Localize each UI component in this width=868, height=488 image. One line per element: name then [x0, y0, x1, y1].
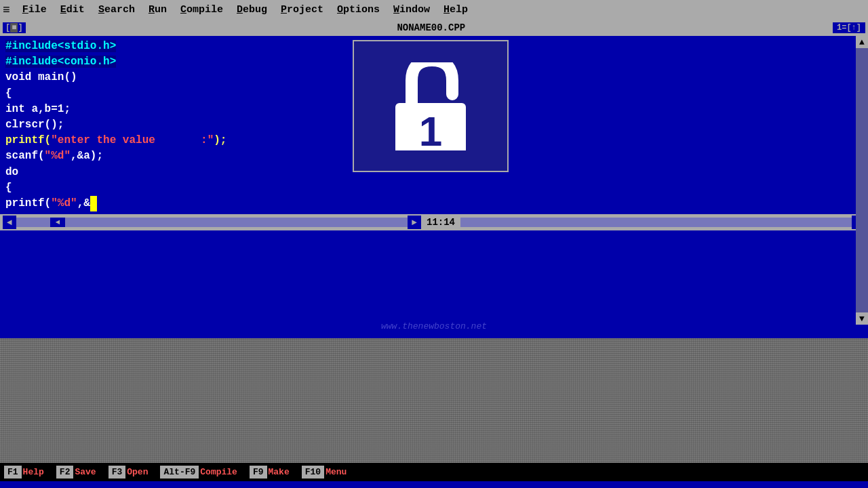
editor-titlebar: [■] NONAME00.CPP 1=[↑]: [0, 20, 868, 36]
editor-filename: NONAME00.CPP: [30, 22, 833, 33]
menu-hamburger-icon[interactable]: ≡: [3, 3, 10, 17]
scrollbar-vertical[interactable]: ▲ ▼: [856, 36, 868, 325]
editor-line-indicator: 1=[↑]: [833, 22, 865, 33]
menu-run[interactable]: Run: [142, 3, 174, 17]
hscroll-thumb[interactable]: ◄: [50, 218, 65, 227]
altf9-key[interactable]: Alt-F9: [160, 466, 199, 479]
svg-text:1: 1: [419, 108, 442, 150]
f2-label: Save: [75, 467, 96, 477]
f10-label: Menu: [326, 467, 347, 477]
scroll-up-arrow[interactable]: ▲: [856, 36, 868, 48]
menu-help[interactable]: Help: [437, 3, 475, 17]
editor-container: [■] NONAME00.CPP 1=[↑] #include<stdio.h>…: [0, 20, 868, 338]
altf9-label: Compile: [200, 467, 237, 477]
watermark-text: www.thenewboston.net: [0, 321, 868, 331]
scroll-right-arrow[interactable]: ►: [408, 216, 421, 229]
menu-search[interactable]: Search: [92, 3, 142, 17]
bottom-panel: [0, 338, 868, 463]
code-line-11: printf("%d",&: [5, 196, 863, 211]
lock-overlay: 1: [353, 40, 509, 172]
f9-label: Make: [269, 467, 290, 477]
function-key-bar: F1 Help F2 Save F3 Open Alt-F9 Compile F…: [0, 463, 868, 481]
f2-key[interactable]: F2: [56, 466, 74, 479]
f9-key[interactable]: F9: [250, 466, 267, 479]
text-cursor: [90, 196, 97, 211]
horizontal-scrollbar: ◄ ◄ ► 11:14 ►: [0, 214, 868, 230]
f3-label: Open: [127, 467, 148, 477]
f1-key[interactable]: F1: [4, 466, 22, 479]
hscroll-track[interactable]: ◄: [16, 218, 408, 227]
hscroll-track-right[interactable]: [460, 218, 852, 227]
cursor-position: 11:14: [421, 217, 460, 228]
menu-debug[interactable]: Debug: [230, 3, 274, 17]
f10-key[interactable]: F10: [302, 466, 324, 479]
menu-file[interactable]: File: [16, 3, 54, 17]
menu-bar: ≡ File Edit Search Run Compile Debug Pro…: [0, 0, 868, 20]
scroll-left-arrow[interactable]: ◄: [3, 216, 16, 229]
menu-edit[interactable]: Edit: [54, 3, 92, 17]
menu-window[interactable]: Window: [387, 3, 437, 17]
menu-compile[interactable]: Compile: [174, 3, 230, 17]
menu-options[interactable]: Options: [330, 3, 387, 17]
window-close-bracket[interactable]: [■]: [3, 22, 26, 33]
lock-icon: 1: [387, 62, 475, 150]
menu-project[interactable]: Project: [274, 3, 330, 17]
f3-key[interactable]: F3: [108, 466, 126, 479]
scroll-track[interactable]: [856, 48, 868, 312]
code-line-10: {: [5, 180, 863, 196]
f1-label: Help: [23, 467, 44, 477]
